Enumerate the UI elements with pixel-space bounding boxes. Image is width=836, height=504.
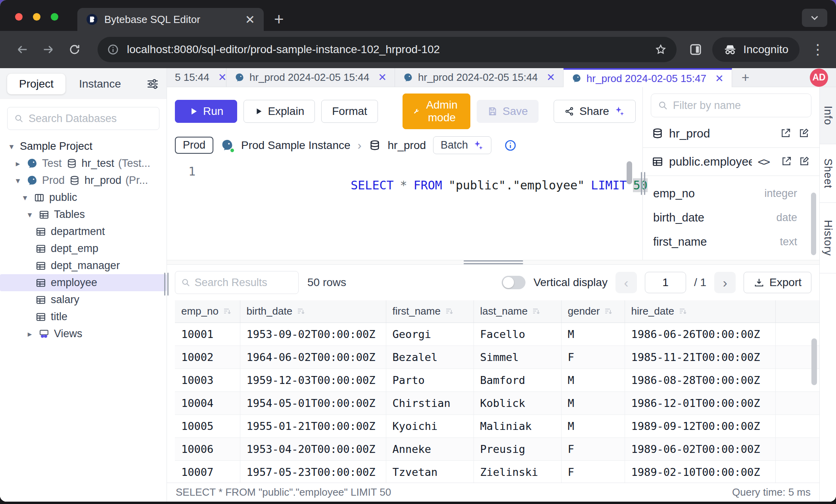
- editor-scrollbar-thumb[interactable]: [627, 161, 632, 184]
- back-button[interactable]: [11, 38, 33, 61]
- cell: 10004: [175, 391, 240, 414]
- column-header[interactable]: hire_date: [625, 300, 775, 323]
- bookmark-star-icon[interactable]: [654, 43, 667, 56]
- sort-icon[interactable]: [296, 307, 306, 316]
- filter-settings-button[interactable]: [146, 77, 159, 91]
- table-row[interactable]: 100071957-05-23T00:00:00ZTzvetanZielinsk…: [175, 460, 819, 483]
- worksheet-tab-active[interactable]: hr_prod 2024-02-05 15:47 ✕: [564, 68, 732, 87]
- tree-item-tables-group[interactable]: ▾ Tables: [0, 206, 167, 223]
- batch-button[interactable]: Batch: [433, 136, 491, 154]
- table-row[interactable]: 100031959-12-03T00:00:00ZPartoBamfordM19…: [175, 368, 819, 391]
- tab-sheet[interactable]: Sheet: [820, 144, 836, 203]
- prev-page-button[interactable]: ‹: [615, 272, 637, 293]
- vertical-display-toggle[interactable]: [502, 276, 525, 289]
- panel-resize-handle[interactable]: [641, 172, 645, 195]
- database-search[interactable]: [7, 107, 159, 130]
- close-icon[interactable]: ✕: [218, 71, 227, 84]
- table-row[interactable]: 100061953-04-20T00:00:00ZAnnekePreusigF1…: [175, 437, 819, 460]
- search-icon: [658, 99, 668, 111]
- tab-search-button[interactable]: [802, 9, 827, 27]
- tree-item-salary[interactable]: salary: [0, 291, 167, 308]
- tree-item-dept-manager[interactable]: dept_manager: [0, 257, 167, 274]
- schema-filter[interactable]: [651, 94, 811, 117]
- info-icon[interactable]: [504, 139, 517, 152]
- sort-icon[interactable]: [604, 307, 613, 316]
- worksheet-tab-2[interactable]: hr_prod 2024-02-05 15:44 ✕: [226, 68, 395, 87]
- tree-item-schema-public[interactable]: ▾ public: [0, 189, 167, 206]
- tree-item-hr-prod[interactable]: ▾ Prod hr_prod (Pr...: [0, 172, 167, 189]
- database-name[interactable]: hr_prod: [388, 139, 426, 152]
- column-header[interactable]: last_name: [474, 300, 561, 323]
- tree-item-department[interactable]: department: [0, 223, 167, 240]
- url-bar[interactable]: localhost:8080/sql-editor/prod-sample-in…: [98, 37, 677, 62]
- browser-new-tab-button[interactable]: +: [274, 11, 284, 28]
- column-header[interactable]: birth_date: [240, 300, 386, 323]
- open-table-button[interactable]: [780, 155, 793, 168]
- search-databases-input[interactable]: [29, 113, 153, 125]
- open-database-button[interactable]: [780, 127, 792, 140]
- format-button[interactable]: Format: [321, 100, 378, 123]
- forward-button[interactable]: [37, 38, 59, 61]
- worksheet-tab-1[interactable]: 5 15:44 ✕: [167, 68, 226, 87]
- column-header[interactable]: gender: [561, 300, 625, 323]
- minimize-window-button[interactable]: [33, 13, 40, 21]
- table-row[interactable]: 100011953-09-02T00:00:00ZGeorgiFacelloM1…: [175, 323, 819, 346]
- browser-tab-close-icon[interactable]: ✕: [245, 13, 255, 27]
- tree-item-employee-selected[interactable]: employee: [0, 274, 167, 291]
- new-worksheet-button[interactable]: +: [732, 68, 759, 87]
- table-row[interactable]: 100041954-05-01T00:00:00ZChirstianKoblic…: [175, 391, 819, 414]
- browser-tab[interactable]: Bytebase SQL Editor ✕: [77, 8, 264, 31]
- schema-database-name: hr_prod: [669, 127, 710, 140]
- tree-item-project[interactable]: ▾ Sample Project: [0, 138, 167, 155]
- tab-instance[interactable]: Instance: [69, 74, 131, 94]
- tree-item-title[interactable]: title: [0, 308, 167, 325]
- run-button[interactable]: Run: [175, 100, 237, 123]
- table-icon: [652, 156, 663, 168]
- zoom-window-button[interactable]: [51, 13, 58, 21]
- close-icon[interactable]: ✕: [378, 71, 387, 84]
- tree-item-dept-emp[interactable]: dept_emp: [0, 240, 167, 257]
- column-header[interactable]: first_name: [386, 300, 474, 323]
- reload-button[interactable]: [63, 38, 86, 61]
- sort-icon[interactable]: [222, 307, 232, 316]
- close-icon[interactable]: ✕: [546, 71, 555, 84]
- results-scrollbar-thumb[interactable]: [811, 338, 817, 385]
- save-button[interactable]: Save: [477, 100, 539, 123]
- instance-name[interactable]: Prod Sample Instance: [241, 139, 351, 152]
- play-icon: [189, 107, 198, 116]
- close-window-button[interactable]: [15, 13, 23, 21]
- tree-item-views-group[interactable]: ▸ Views: [0, 325, 167, 342]
- search-results-input[interactable]: [195, 277, 293, 289]
- next-page-button[interactable]: ›: [714, 272, 736, 293]
- results-search[interactable]: [175, 271, 299, 294]
- filter-by-name-input[interactable]: [673, 99, 805, 112]
- code-icon[interactable]: <>: [757, 155, 769, 168]
- close-icon[interactable]: ✕: [715, 73, 724, 85]
- table-row[interactable]: 100051955-01-21T00:00:00ZKyoichiMaliniak…: [175, 414, 819, 437]
- column-header[interactable]: emp_no: [175, 300, 240, 323]
- browser-menu-button[interactable]: ⋮: [811, 41, 825, 58]
- tab-info[interactable]: Info: [820, 87, 836, 144]
- edit-table-button[interactable]: [798, 155, 811, 168]
- sql-editor[interactable]: 1 SELECT*FROM"public"."employee"LIMIT50: [167, 160, 642, 260]
- explain-button[interactable]: Explain: [244, 100, 315, 123]
- export-button[interactable]: Export: [744, 272, 811, 293]
- tree-label: Tables: [54, 208, 85, 221]
- sort-icon[interactable]: [678, 307, 688, 316]
- sort-icon[interactable]: [445, 307, 454, 316]
- tree-item-hr-test[interactable]: ▸ Test hr_test (Test...: [0, 155, 167, 172]
- worksheet-tab-3[interactable]: hr_prod 2024-02-05 15:44 ✕: [395, 68, 564, 87]
- tab-project[interactable]: Project: [7, 74, 65, 94]
- share-button[interactable]: Share: [554, 100, 636, 123]
- schema-scrollbar-thumb[interactable]: [811, 193, 816, 255]
- tab-history[interactable]: History: [820, 203, 836, 273]
- admin-mode-button[interactable]: Admin mode: [403, 94, 470, 129]
- site-info-icon[interactable]: [107, 44, 119, 55]
- results-resize-handle[interactable]: [167, 260, 819, 265]
- sort-icon[interactable]: [531, 307, 541, 316]
- user-avatar[interactable]: AD: [810, 69, 828, 87]
- side-panel-icon[interactable]: [688, 42, 703, 57]
- table-row[interactable]: 100021964-06-02T00:00:00ZBezalelSimmelF1…: [175, 346, 819, 368]
- edit-database-button[interactable]: [798, 127, 811, 140]
- page-number-input[interactable]: [645, 272, 686, 293]
